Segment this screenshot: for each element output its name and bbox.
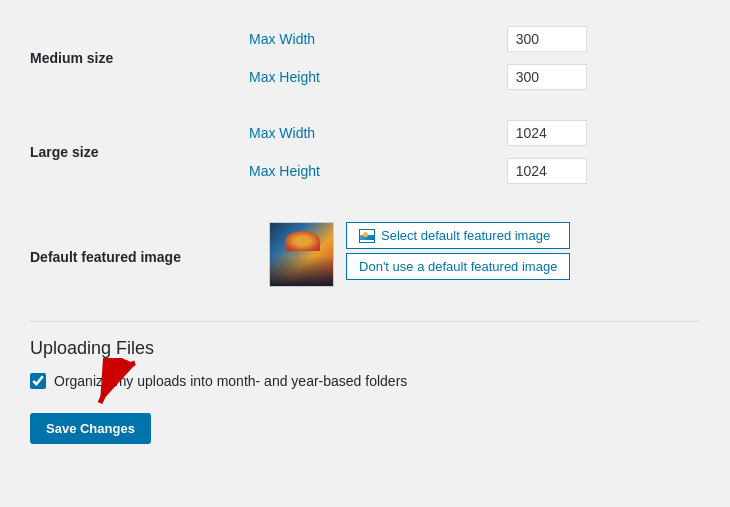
organize-uploads-checkbox[interactable] <box>30 373 46 389</box>
settings-form: Medium size Max Width Max Height Large s… <box>30 20 700 301</box>
large-max-width-label: Max Width <box>249 114 507 152</box>
select-image-label: Select default featured image <box>381 228 550 243</box>
featured-image-thumbnail <box>269 222 334 287</box>
large-size-label: Large size <box>30 114 249 190</box>
large-max-height-cell <box>507 152 700 190</box>
organize-uploads-label[interactable]: Organize my uploads into month- and year… <box>54 373 407 389</box>
no-image-label: Don't use a default featured image <box>359 259 557 274</box>
large-max-width-cell <box>507 114 700 152</box>
medium-max-height-cell <box>507 58 700 96</box>
spacer-1 <box>30 96 700 114</box>
large-max-width-input[interactable] <box>507 120 587 146</box>
organize-uploads-row: Organize my uploads into month- and year… <box>30 373 700 389</box>
save-area: Save Changes <box>30 413 151 444</box>
select-featured-image-button[interactable]: Select default featured image <box>346 222 570 249</box>
medium-max-height-label: Max Height <box>249 58 507 96</box>
large-max-height-label: Max Height <box>249 152 507 190</box>
uploading-section: Uploading Files Organize my uploads into… <box>30 321 700 444</box>
medium-max-width-cell <box>507 20 700 58</box>
medium-max-width-label: Max Width <box>249 20 507 58</box>
large-max-height-input[interactable] <box>507 158 587 184</box>
spacer-2 <box>30 190 700 208</box>
medium-size-label: Medium size <box>30 20 249 96</box>
featured-image-section: Select default featured image Don't use … <box>269 222 690 287</box>
medium-max-width-input[interactable] <box>507 26 587 52</box>
featured-image-row: Default featured image Select default fe… <box>30 208 700 301</box>
save-changes-button[interactable]: Save Changes <box>30 413 151 444</box>
uploading-title: Uploading Files <box>30 338 700 359</box>
featured-image-controls: Select default featured image Don't use … <box>249 208 700 301</box>
no-default-image-button[interactable]: Don't use a default featured image <box>346 253 570 280</box>
medium-max-height-input[interactable] <box>507 64 587 90</box>
featured-image-buttons: Select default featured image Don't use … <box>346 222 570 280</box>
image-icon <box>359 229 375 243</box>
large-size-row: Large size Max Width <box>30 114 700 152</box>
featured-image-label: Default featured image <box>30 208 249 301</box>
medium-size-row: Medium size Max Width <box>30 20 700 58</box>
